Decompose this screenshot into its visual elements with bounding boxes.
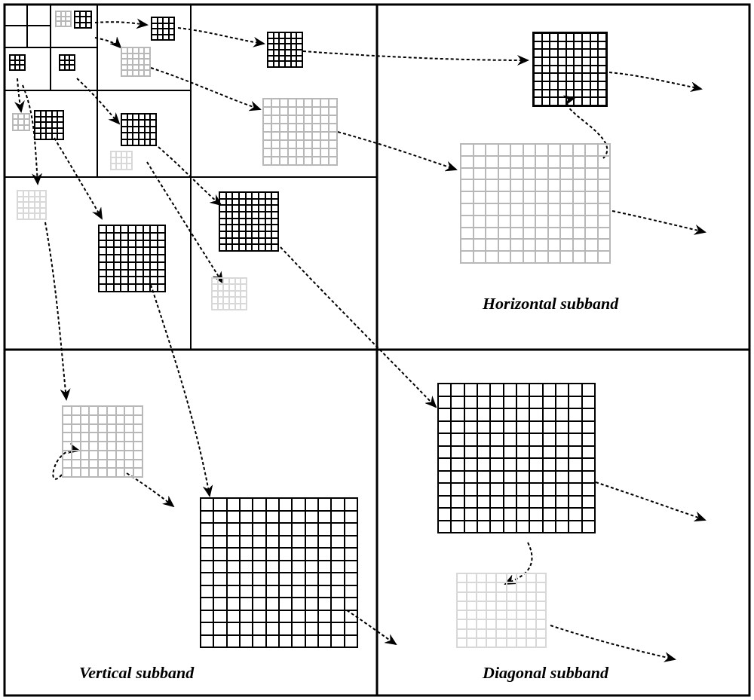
h-block-l1-dark [532,32,608,107]
label-vertical: Vertical subband [79,663,194,683]
d-block-l3-gray [110,151,133,170]
wavelet-decomposition-diagram: /* filled by JS below */ Horizo [0,0,754,700]
h-block-l3-dark [151,17,175,41]
h-block-l4-dark [74,11,92,29]
h-block-l3-gray [121,47,151,77]
d-block-l1-gray [456,573,547,648]
diagram-svg [0,0,754,700]
v-block-l3-dark [34,110,64,140]
d-block-l2-dark [219,191,279,252]
h-block-l1-gray: /* filled by JS below */ [460,143,611,264]
d-block-l2-gray [211,277,247,310]
d-block-l3-dark [121,113,157,146]
v-block-l4a-dark [9,54,26,71]
v-block-l2-gray [17,190,47,220]
label-horizontal: Horizontal subband [483,294,618,313]
h-block-l2-dark [267,32,303,68]
label-diagonal: Diagonal subband [483,663,608,683]
v-block-l4-gray [12,113,30,131]
d-block-l1-dark [437,383,596,533]
h-block-l4b-gray [55,11,72,27]
d-block-l4-dark [59,54,75,71]
v-block-l2-dark [98,225,166,292]
v-block-l1-dark [200,497,358,648]
h-block-l2-gray [262,98,338,166]
v-block-l1-gray [62,405,143,478]
